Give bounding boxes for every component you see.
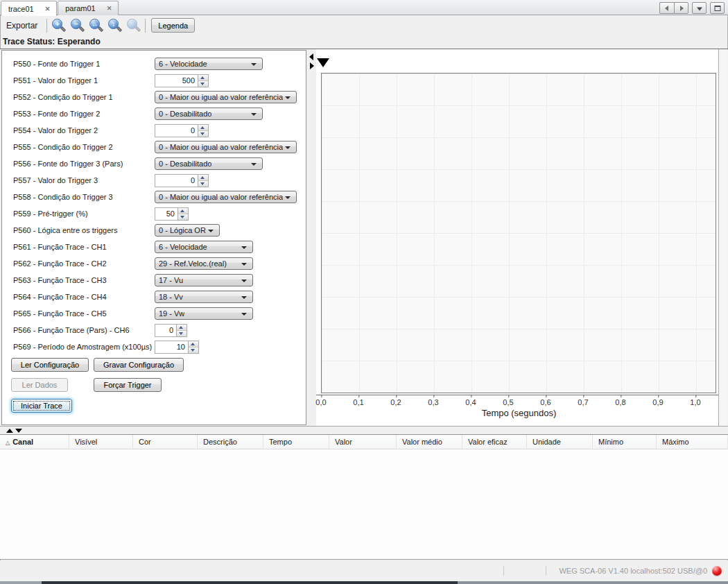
spinner-up-button[interactable] [178, 208, 188, 214]
chevron-down-icon [285, 196, 291, 199]
param-select-p562[interactable]: 29 - Ref.Veloc.(real) [155, 257, 253, 270]
ler-dados-button[interactable]: Ler Dados [11, 378, 68, 392]
x-axis-tick: 0,6 [540, 398, 551, 406]
x-axis-tick: 1,0 [690, 398, 700, 406]
zoom-in-button[interactable]: + [49, 17, 68, 34]
column-header-visível[interactable]: Visível [69, 435, 133, 449]
param-select-p563[interactable]: 17 - Vu [155, 274, 253, 286]
x-axis-tick: 0,2 [390, 398, 401, 406]
spinner-buttons [198, 124, 209, 137]
spinner-value[interactable]: 0 [155, 174, 198, 187]
chevron-left-icon [665, 6, 668, 11]
column-header-mínimo[interactable]: Mínimo [593, 435, 657, 449]
spinner-up-button[interactable] [177, 325, 187, 331]
spinner-down-button[interactable] [198, 181, 208, 187]
connection-status-text: WEG SCA-06 V1.40 localhost:502 USB/@0 [559, 567, 707, 575]
ler-config-button[interactable]: Ler Configuração [11, 358, 89, 372]
spinner-value[interactable]: 500 [155, 74, 198, 87]
column-header-tempo[interactable]: Tempo [263, 435, 329, 449]
chevron-down-icon [241, 246, 247, 249]
column-header-valor-eficaz[interactable]: Valor eficaz [462, 435, 527, 449]
spinner-down-button[interactable] [189, 347, 198, 353]
param-row-p566: P566 - Função Trace (Pars) - CH60 [2, 322, 306, 338]
tab-scroll-right-button[interactable] [674, 2, 688, 14]
gravar-config-button[interactable]: Gravar Configuração [94, 358, 184, 372]
spinner-up-button[interactable] [198, 75, 208, 81]
param-select-p558[interactable]: 0 - Maior ou igual ao valor referência [155, 191, 297, 203]
param-row-p559: P559 - Pré-trigger (%)50 [2, 205, 306, 222]
select-value: 6 - Velocidade [159, 60, 207, 68]
collapse-left-icon[interactable] [309, 53, 313, 60]
tab-param01[interactable]: param01✕ [58, 1, 119, 15]
tab-close-icon[interactable]: ✕ [44, 6, 52, 12]
expand-down-icon[interactable] [15, 429, 22, 433]
param-select-p555[interactable]: 0 - Maior ou igual ao valor referência [155, 141, 297, 153]
plot-area[interactable] [321, 73, 716, 393]
param-label-p552: P552 - Condição do Trigger 1 [13, 93, 155, 101]
tab-label: trace01 [8, 5, 44, 13]
param-row-p558: P558 - Condição do Trigger 30 - Maior ou… [2, 189, 306, 205]
param-select-p561[interactable]: 6 - Velocidade [155, 241, 253, 253]
spinner-up-button[interactable] [189, 341, 198, 347]
exportar-menu[interactable]: Exportar [0, 21, 44, 31]
chart-panel: 0,00,10,20,30,40,50,60,70,80,91,0 Tempo … [316, 49, 718, 426]
column-header-valor-médio[interactable]: Valor médio [397, 435, 462, 449]
tab-scroll-left-button[interactable] [659, 2, 674, 14]
spinner-down-button[interactable] [178, 214, 188, 220]
spinner-value[interactable]: 10 [155, 341, 189, 354]
param-select-p552[interactable]: 0 - Maior ou igual ao valor referência [155, 91, 297, 103]
param-select-p553[interactable]: 0 - Desabilitado [155, 108, 263, 120]
param-row-p563: P563 - Função Trace - CH317 - Vu [2, 272, 306, 289]
spinner-value[interactable]: 50 [155, 207, 178, 221]
x-axis-label: Tempo (segundos) [321, 408, 717, 418]
column-header-descrição[interactable]: Descrição [198, 435, 263, 449]
tab-close-icon[interactable]: ✕ [105, 5, 114, 12]
statusbar-separator [503, 566, 504, 576]
param-select-p564[interactable]: 18 - Vv [155, 291, 253, 303]
param-select-p560[interactable]: 0 - Lógica OR [155, 224, 220, 237]
collapse-up-icon[interactable] [6, 429, 13, 433]
iniciar-trace-button[interactable]: Iniciar Trace [11, 399, 72, 413]
spinner-buttons [189, 341, 199, 354]
trigger-marker-icon[interactable] [317, 58, 329, 67]
select-value: 0 - Maior ou igual ao valor referência [159, 193, 283, 201]
spinner-down-button[interactable] [198, 81, 208, 87]
spinner-value[interactable]: 0 [155, 324, 177, 337]
column-header-cor[interactable]: Cor [133, 435, 198, 449]
column-header-valor[interactable]: Valor [329, 435, 397, 449]
column-header-unidade[interactable]: Unidade [527, 435, 593, 449]
param-select-p550[interactable]: 6 - Velocidade [155, 58, 263, 70]
param-label-p556: P556 - Fonte do Trigger 3 (Pars) [13, 160, 155, 168]
expand-right-icon[interactable] [310, 62, 314, 69]
param-select-p556[interactable]: 0 - Desabilitado [155, 157, 263, 170]
legenda-button[interactable]: Legenda [151, 18, 195, 33]
param-spinner-p557: 0 [155, 174, 209, 187]
param-label-p564: P564 - Função Trace - CH4 [13, 293, 155, 301]
sort-ascending-icon: △ [6, 440, 10, 446]
param-row-p556: P556 - Fonte do Trigger 3 (Pars)0 - Desa… [2, 155, 306, 172]
param-row-p552: P552 - Condição do Trigger 10 - Maior ou… [2, 89, 306, 105]
forcar-trigger-button[interactable]: Forçar Trigger [94, 378, 162, 392]
zoom-vertical-button[interactable]: ↕ [105, 17, 124, 34]
param-label-p554: P554 - Valor do Trigger 2 [13, 126, 155, 135]
spinner-up-button[interactable] [198, 175, 208, 181]
zoom-horizontal-button[interactable]: ↔ [87, 17, 105, 34]
spinner-value[interactable]: 0 [155, 124, 198, 137]
column-header-máximo[interactable]: Máximo [657, 435, 728, 449]
spinner-down-button[interactable] [177, 331, 187, 336]
tab-trace01[interactable]: trace01✕ [1, 1, 57, 16]
maximize-button[interactable] [710, 2, 725, 14]
zoom-out-button[interactable]: − [68, 17, 87, 34]
zoom-vertical-icon: ↕ [108, 19, 119, 29]
tab-bar-controls [659, 2, 725, 14]
param-select-p565[interactable]: 19 - Vw [155, 307, 253, 320]
spinner-up-button[interactable] [198, 125, 208, 131]
zoom-reset-button[interactable] [124, 17, 143, 34]
column-header-canal[interactable]: △Canal [0, 435, 69, 449]
tab-bar: trace01✕param01✕ [0, 0, 728, 15]
spinner-down-button[interactable] [198, 131, 208, 137]
vertical-splitter[interactable] [307, 49, 316, 426]
horizontal-splitter[interactable] [0, 426, 728, 435]
tab-list-button[interactable] [692, 2, 707, 14]
select-value: 19 - Vw [159, 309, 184, 318]
